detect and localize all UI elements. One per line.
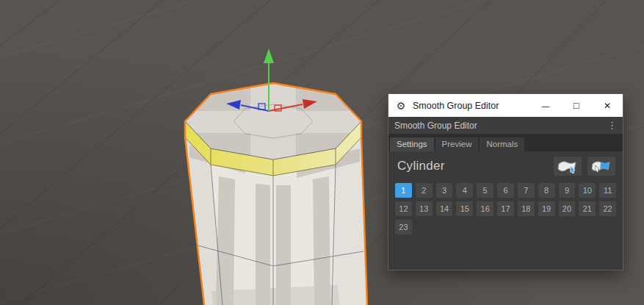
group-grid: 1234567891011121314151617181920212223	[388, 179, 623, 234]
tab-strip: SettingsPreviewNormals	[388, 134, 623, 151]
panel-content: Cylinder 123456789101112131415161	[388, 151, 623, 270]
tab-settings[interactable]: Settings	[390, 137, 434, 151]
group-button-18[interactable]: 18	[518, 201, 535, 216]
cylinder-mesh[interactable]	[182, 80, 367, 305]
group-button-22[interactable]: 22	[599, 201, 616, 216]
tab-preview[interactable]: Preview	[435, 137, 479, 151]
minimize-button[interactable]: —	[530, 94, 561, 117]
group-button-1[interactable]: 1	[395, 183, 412, 198]
group-button-6[interactable]: 6	[497, 183, 514, 198]
group-button-15[interactable]: 15	[456, 201, 473, 216]
group-button-23[interactable]: 23	[395, 220, 412, 234]
group-button-13[interactable]: 13	[416, 201, 433, 216]
group-button-20[interactable]: 20	[559, 201, 576, 216]
group-button-12[interactable]: 12	[395, 201, 412, 216]
tool-button-flag-white[interactable]	[554, 157, 582, 176]
group-button-14[interactable]: 14	[436, 201, 453, 216]
panel-header: Smooth Group Editor ⋮	[388, 117, 623, 134]
close-button[interactable]: ✕	[592, 94, 623, 117]
maximize-button[interactable]: □	[561, 94, 592, 117]
panel-header-label: Smooth Group Editor	[394, 121, 477, 131]
group-button-10[interactable]: 10	[579, 183, 596, 198]
group-button-9[interactable]: 9	[559, 183, 576, 198]
flag-white-icon	[557, 159, 578, 173]
smooth-group-editor-window: ⚙ Smooth Group Editor — □ ✕ Smooth Group…	[388, 93, 623, 270]
group-button-7[interactable]: 7	[518, 183, 535, 198]
group-button-16[interactable]: 16	[477, 201, 493, 216]
group-button-21[interactable]: 21	[579, 201, 596, 216]
app-icon: ⚙	[395, 100, 407, 112]
group-button-4[interactable]: 4	[456, 183, 473, 198]
tool-button-flag-blue[interactable]	[587, 157, 615, 176]
group-button-2[interactable]: 2	[416, 183, 433, 198]
group-button-11[interactable]: 11	[599, 183, 616, 198]
window-title: Smooth Group Editor	[413, 101, 499, 111]
group-button-17[interactable]: 17	[497, 201, 514, 216]
group-button-19[interactable]: 19	[538, 201, 555, 216]
group-button-8[interactable]: 8	[538, 183, 555, 198]
menu-dots-icon[interactable]: ⋮	[607, 120, 617, 131]
tab-normals[interactable]: Normals	[480, 137, 524, 151]
group-button-3[interactable]: 3	[436, 183, 453, 198]
object-name: Cylinder	[397, 159, 445, 173]
group-button-5[interactable]: 5	[477, 183, 493, 198]
flag-blue-icon	[591, 159, 612, 173]
window-titlebar[interactable]: ⚙ Smooth Group Editor — □ ✕	[388, 94, 623, 117]
viewport-3d[interactable]: ⚙ Smooth Group Editor — □ ✕ Smooth Group…	[0, 0, 644, 305]
